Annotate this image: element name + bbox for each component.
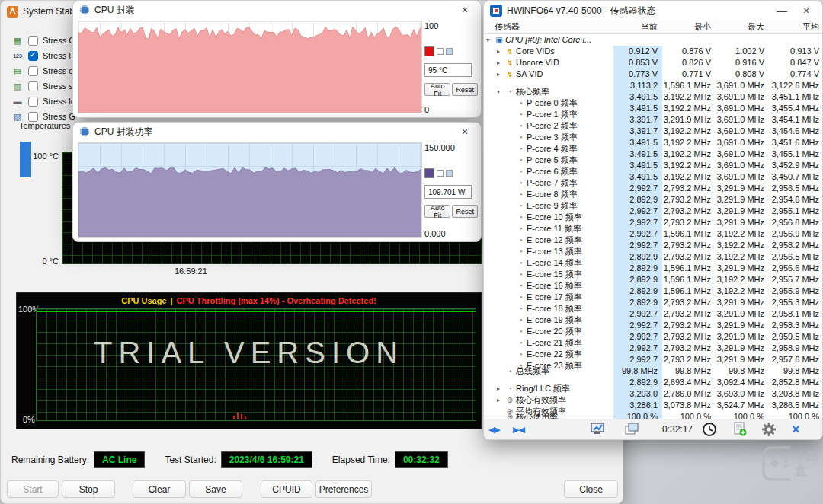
action-button[interactable]: Clear bbox=[133, 480, 186, 498]
reset-button[interactable]: Reset bbox=[452, 205, 478, 218]
sensor-row[interactable]: E-core 18 频率 2,892.9 MHz 2,793.2 MHz 3,2… bbox=[484, 297, 822, 308]
action-button[interactable]: Close bbox=[564, 480, 618, 498]
sensor-row[interactable]: E-core 23 频率 2,992.7 MHz 2,793.2 MHz 3,2… bbox=[484, 354, 822, 365]
sensor-row[interactable]: E-core 22 频率 2,992.7 MHz 2,793.2 MHz 3,2… bbox=[484, 343, 822, 354]
sensor-label: Uncore VID bbox=[516, 57, 559, 69]
sensor-type-icon bbox=[505, 365, 514, 377]
sensor-row[interactable]: P-core 3 频率 3,391.7 MHz 3,192.2 MHz 3,69… bbox=[484, 126, 822, 137]
sensor-row[interactable]: P-core 7 频率 3,491.5 MHz 3,192.2 MHz 3,69… bbox=[484, 171, 822, 183]
monitoring-icon[interactable] bbox=[591, 422, 606, 439]
power-graph-controls: 150.000 109.701 W Auto Fit Reset 0.000 bbox=[423, 142, 478, 238]
prev-next-arrows-icon[interactable]: ◀▶ bbox=[488, 422, 500, 437]
action-button[interactable]: Save bbox=[189, 480, 242, 498]
sensor-row[interactable]: E-core 9 频率 2,892.9 MHz 2,793.2 MHz 3,29… bbox=[484, 194, 822, 206]
battery-label: Remaining Battery: bbox=[11, 455, 89, 465]
style-toggle-white[interactable] bbox=[437, 48, 444, 55]
sensor-row[interactable]: E-core 8 频率 2,992.7 MHz 2,793.2 MHz 3,29… bbox=[484, 183, 822, 194]
sensor-row[interactable]: CPU [#0]: Intel Core i... bbox=[484, 34, 822, 46]
stress-checkbox[interactable] bbox=[28, 51, 38, 61]
stress-checkbox[interactable] bbox=[28, 112, 38, 122]
column-max[interactable]: 最大 bbox=[716, 21, 769, 33]
reset-button[interactable]: Reset bbox=[452, 83, 478, 96]
sensor-row[interactable]: P-core 6 频率 3,491.5 MHz 3,192.2 MHz 3,69… bbox=[484, 160, 822, 171]
stress-option-label: Stress lo bbox=[43, 97, 75, 106]
action-button[interactable]: Preferences bbox=[315, 480, 372, 498]
sensor-row[interactable]: Core VIDs 0.912 V 0.876 V 1.002 V 0.913 … bbox=[484, 46, 822, 57]
auto-fit-button[interactable]: Auto Fit bbox=[424, 205, 450, 218]
auto-fit-button[interactable]: Auto Fit bbox=[424, 83, 450, 96]
sensor-row[interactable]: 核心有效频率 3,203.0 MHz 2,786.0 MHz 3,693.0 M… bbox=[484, 388, 822, 400]
power-scale-min: 0.000 bbox=[424, 229, 446, 238]
sensor-row[interactable]: SA VID 0.773 V 0.771 V 0.808 V 0.774 V bbox=[484, 69, 822, 80]
sensor-row[interactable]: E-core 20 频率 2,992.7 MHz 2,793.2 MHz 3,2… bbox=[484, 320, 822, 331]
sensor-row[interactable]: E-core 11 频率 2,992.7 MHz 2,793.2 MHz 3,2… bbox=[484, 217, 822, 228]
stress-checkbox[interactable] bbox=[28, 81, 38, 91]
temp-window-titlebar[interactable]: CPU 封装 × bbox=[73, 1, 481, 19]
sensor-row[interactable]: E-core 10 频率 2,992.7 MHz 2,793.2 MHz 3,2… bbox=[484, 206, 822, 217]
sensor-row[interactable]: E-core 13 频率 2,992.7 MHz 2,793.2 MHz 3,1… bbox=[484, 240, 822, 251]
style-toggle-blue[interactable] bbox=[446, 170, 453, 177]
cpu-package-power-window: CPU 封装功率 × 150.000 109.701 W Auto Fit Re… bbox=[72, 122, 482, 242]
sensor-avg-value: 0.774 V bbox=[769, 69, 822, 80]
power-current-value[interactable]: 109.701 W bbox=[424, 185, 472, 199]
settings-gear-icon[interactable] bbox=[761, 422, 777, 440]
sensor-row[interactable]: E-core 12 频率 2,992.7 MHz 1,596.1 MHz 3,1… bbox=[484, 228, 822, 240]
sensor-row[interactable]: 平均有效频率 3,286.1 MHz 3,073.8 MHz 3,524.7 M… bbox=[484, 400, 822, 411]
close-sensors-icon[interactable]: × bbox=[792, 422, 800, 437]
stress-checkbox[interactable] bbox=[28, 97, 38, 107]
series-color-swatch[interactable] bbox=[424, 168, 434, 178]
close-icon[interactable]: × bbox=[455, 2, 475, 18]
sensor-row[interactable]: P-core 4 频率 3,491.5 MHz 3,192.2 MHz 3,69… bbox=[484, 137, 822, 148]
close-icon[interactable]: × bbox=[455, 123, 475, 140]
sensor-row[interactable]: Uncore VID 0.853 V 0.826 V 0.916 V 0.847… bbox=[484, 57, 822, 69]
sensor-label: 总线频率 bbox=[516, 365, 549, 377]
power-window-titlebar[interactable]: CPU 封装功率 × bbox=[73, 123, 481, 141]
logging-report-icon[interactable] bbox=[732, 422, 748, 440]
sensor-row[interactable]: E-core 16 频率 2,892.9 MHz 1,596.1 MHz 3,1… bbox=[484, 274, 822, 285]
expand-chevron-icon[interactable] bbox=[497, 46, 504, 57]
temperatures-section-label: Temperatures bbox=[19, 121, 70, 130]
chip-icon bbox=[79, 5, 90, 15]
close-icon[interactable]: × bbox=[796, 2, 816, 19]
sensor-row[interactable]: P-core 0 频率 3,491.5 MHz 3,192.2 MHz 3,69… bbox=[484, 91, 822, 103]
action-button[interactable]: Start bbox=[7, 480, 59, 498]
column-avg[interactable]: 平均 bbox=[769, 21, 823, 33]
sensor-row[interactable]: E-core 14 频率 2,892.9 MHz 2,793.2 MHz 3,1… bbox=[484, 251, 822, 263]
hwinfo-titlebar[interactable]: HWiNFO64 v7.40-5000 - 传感器状态 — × bbox=[484, 1, 822, 21]
sensor-row[interactable]: E-core 15 频率 2,892.9 MHz 1,596.1 MHz 3,2… bbox=[484, 263, 822, 274]
sensor-row[interactable]: P-core 2 频率 3,391.7 MHz 3,291.9 MHz 3,69… bbox=[484, 114, 822, 126]
sensor-row[interactable]: 总线频率 99.8 MHz 99.8 MHz 99.8 MHz 99.8 MHz bbox=[484, 365, 822, 377]
action-button[interactable]: CPUID bbox=[261, 480, 312, 498]
sensor-table-header: 传感器 当前 最小 最大 平均 bbox=[484, 21, 822, 34]
temp-graph-controls: 100 95 °C Auto Fit Reset 0 bbox=[423, 21, 478, 114]
action-button[interactable]: Stop bbox=[62, 480, 115, 498]
temp-axis-min-label: 0 °C bbox=[30, 257, 59, 266]
sensor-row[interactable]: P-core 1 频率 3,491.5 MHz 3,192.2 MHz 3,69… bbox=[484, 103, 822, 114]
sensor-row[interactable]: E-core 17 频率 2,892.9 MHz 1,596.1 MHz 3,1… bbox=[484, 285, 822, 297]
series-color-swatch[interactable] bbox=[424, 46, 434, 56]
collapse-arrows-icon[interactable]: ▶◀ bbox=[513, 422, 524, 437]
sensor-row[interactable]: E-core 19 频率 2,992.7 MHz 2,793.2 MHz 3,2… bbox=[484, 308, 822, 320]
stress-hardware-icon bbox=[11, 81, 24, 91]
sensor-row[interactable]: E-core 21 频率 2,992.7 MHz 2,793.2 MHz 3,2… bbox=[484, 331, 822, 343]
expand-chevron-icon[interactable] bbox=[497, 57, 504, 69]
graph-windows-icon[interactable] bbox=[624, 422, 639, 439]
temp-current-value[interactable]: 95 °C bbox=[424, 63, 472, 77]
column-min[interactable]: 最小 bbox=[662, 21, 716, 33]
sensor-min-value: 0.771 V bbox=[662, 69, 716, 80]
sensor-row[interactable]: 核心频率 3,113.2 MHz 1,596.1 MHz 3,691.0 MHz… bbox=[484, 80, 822, 91]
style-toggle-white[interactable] bbox=[437, 170, 444, 177]
expand-chevron-icon[interactable] bbox=[486, 34, 493, 46]
sensor-label: CPU [#0]: Intel Core i... bbox=[505, 34, 591, 46]
cpu-usage-legend-label: CPU Usage bbox=[121, 296, 166, 305]
sensor-label-cell: Uncore VID bbox=[484, 57, 613, 69]
minimize-icon[interactable]: — bbox=[772, 2, 792, 19]
expand-chevron-icon[interactable] bbox=[497, 69, 504, 80]
stress-checkbox[interactable] bbox=[28, 36, 38, 46]
style-toggle-blue[interactable] bbox=[446, 48, 453, 55]
stress-checkbox[interactable] bbox=[28, 66, 38, 76]
sensor-row[interactable]: Ring/LLC 频率 2,892.9 MHz 2,693.4 MHz 3,09… bbox=[484, 377, 822, 388]
sensor-row[interactable]: P-core 5 频率 3,491.5 MHz 3,192.2 MHz 3,69… bbox=[484, 148, 822, 160]
column-sensor[interactable]: 传感器 bbox=[484, 21, 613, 33]
column-current[interactable]: 当前 bbox=[613, 21, 662, 33]
